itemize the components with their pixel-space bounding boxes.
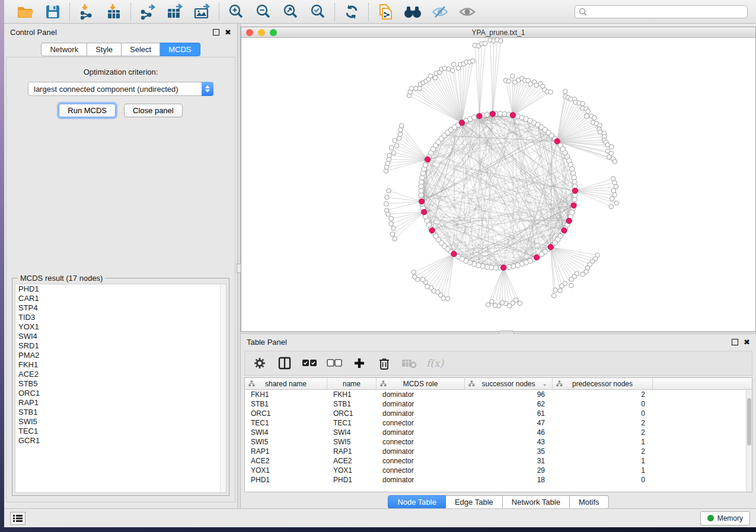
trash-icon xyxy=(379,357,390,370)
duplicate-network-button[interactable] xyxy=(375,2,396,21)
function-builder-button[interactable]: f(x) xyxy=(426,355,444,371)
table-row[interactable]: RAP1RAP1dominator352 xyxy=(245,447,746,456)
memory-button[interactable]: Memory xyxy=(700,511,750,525)
hierarchy-icon xyxy=(248,380,255,387)
mcds-result-item[interactable]: STB5 xyxy=(15,379,226,389)
mcds-result-item[interactable]: FKH1 xyxy=(15,360,226,370)
close-panel-button[interactable]: Close panel xyxy=(124,104,183,117)
table-row[interactable]: SWI5SWI5connector431 xyxy=(245,437,746,447)
split-view-button[interactable] xyxy=(277,355,292,371)
status-bar: Memory xyxy=(4,508,756,527)
export-image-button[interactable] xyxy=(192,2,213,21)
close-panel-icon[interactable]: ✖ xyxy=(744,339,750,345)
table-scrollbar[interactable] xyxy=(746,390,752,492)
zoom-out-button[interactable] xyxy=(253,2,274,21)
table-cell: TEC1 xyxy=(327,419,377,427)
tab-motifs[interactable]: Motifs xyxy=(570,495,609,509)
table-row[interactable]: PHD1PHD1dominator180 xyxy=(245,475,746,485)
table-row[interactable]: ORC1ORC1dominator610 xyxy=(245,409,746,418)
tab-network-table[interactable]: Network Table xyxy=(503,495,570,509)
column-header-successor-nodes[interactable]: successor nodes ⌄ xyxy=(465,378,553,389)
first-neighbors-button[interactable] xyxy=(402,2,423,21)
refresh-button[interactable] xyxy=(341,2,362,21)
select-all-button[interactable] xyxy=(302,355,317,371)
table-cell: connector xyxy=(377,457,465,465)
tab-mcds[interactable]: MCDS xyxy=(160,43,200,56)
tab-network[interactable]: Network xyxy=(41,43,87,56)
delete-column-button[interactable] xyxy=(377,355,392,371)
scrollbar-thumb[interactable] xyxy=(747,398,751,446)
mcds-result-item[interactable]: YOX1 xyxy=(15,322,226,332)
zoom-in-button[interactable] xyxy=(225,2,247,21)
mcds-result-item[interactable]: SWI4 xyxy=(15,332,226,341)
tab-node-table[interactable]: Node Table xyxy=(388,495,446,509)
column-label: MCDS role xyxy=(403,380,438,388)
table-row[interactable]: STB1STB1dominator620 xyxy=(245,399,746,409)
mcds-result-item[interactable]: SRD1 xyxy=(15,341,226,351)
mcds-result-groupbox: MCDS result (17 nodes) PHD1CAR1STP4TID3Y… xyxy=(12,278,229,496)
table-row[interactable]: FKH1FKH1dominator962 xyxy=(245,390,746,399)
table-cell: RAP1 xyxy=(245,447,327,456)
add-column-button[interactable] xyxy=(352,355,367,371)
mcds-result-item[interactable]: TID3 xyxy=(15,313,226,322)
column-header-name[interactable]: name xyxy=(327,378,377,389)
mcds-result-item[interactable]: STP4 xyxy=(15,303,226,313)
import-network-button[interactable] xyxy=(76,2,97,21)
network-canvas[interactable] xyxy=(241,38,755,331)
column-settings-button[interactable] xyxy=(252,355,267,371)
network-graph xyxy=(241,38,755,331)
criterion-dropdown[interactable]: largest connected component (undirected) xyxy=(28,82,213,96)
export-table-icon xyxy=(165,4,184,20)
sort-descending-icon[interactable]: ⌄ xyxy=(543,380,547,387)
save-button[interactable] xyxy=(42,2,63,21)
float-panel-icon[interactable] xyxy=(213,29,219,36)
table-row[interactable]: TEC1TEC1connector472 xyxy=(245,418,746,428)
delete-table-button[interactable] xyxy=(401,355,417,371)
node-table: shared name name MCDS role successor nod… xyxy=(244,377,752,492)
column-header-shared-name[interactable]: shared name xyxy=(245,378,327,389)
table-cell: 29 xyxy=(465,466,553,475)
tab-edge-table[interactable]: Edge Table xyxy=(446,495,503,509)
mcds-result-list[interactable]: PHD1CAR1STP4TID3YOX1SWI4SRD1PMA2FKH1ACE2… xyxy=(15,284,227,493)
table-cell: connector xyxy=(377,466,465,475)
mcds-result-item[interactable]: CAR1 xyxy=(15,294,226,303)
mcds-result-item[interactable]: PMA2 xyxy=(15,351,226,360)
import-table-button[interactable] xyxy=(103,2,125,21)
mcds-result-item[interactable]: TEC1 xyxy=(15,427,226,436)
save-icon xyxy=(45,4,60,20)
hide-selected-button[interactable] xyxy=(429,2,451,21)
mcds-result-item[interactable]: PHD1 xyxy=(15,284,226,294)
search-input[interactable] xyxy=(590,8,744,16)
mcds-result-item[interactable]: ACE2 xyxy=(15,370,226,379)
zoom-selected-button[interactable] xyxy=(307,2,328,21)
open-folder-button[interactable] xyxy=(15,2,36,21)
task-history-button[interactable] xyxy=(10,512,25,525)
mcds-result-item[interactable]: STB1 xyxy=(15,408,226,417)
mcds-result-item[interactable]: RAP1 xyxy=(15,398,226,408)
table-row[interactable]: SWI4SWI4dominator462 xyxy=(245,428,746,437)
table-cell: FKH1 xyxy=(327,390,377,399)
search-box xyxy=(575,5,748,18)
column-header-mcds-role[interactable]: MCDS role xyxy=(377,378,465,389)
table-row[interactable]: ACE2ACE2connector311 xyxy=(245,456,746,466)
zoom-fit-icon xyxy=(282,4,299,20)
column-header-predecessor-nodes[interactable]: predecessor nodes xyxy=(553,378,653,389)
mcds-result-item[interactable]: GCR1 xyxy=(15,436,226,446)
mcds-result-item[interactable]: ORC1 xyxy=(15,389,226,398)
float-panel-icon[interactable] xyxy=(732,339,738,345)
export-table-button[interactable] xyxy=(164,2,186,21)
zoom-fit-button[interactable] xyxy=(280,2,301,21)
run-mcds-button[interactable]: Run MCDS xyxy=(59,104,116,117)
tab-select[interactable]: Select xyxy=(122,43,160,56)
table-cell: STB1 xyxy=(327,400,377,408)
network-window-titlebar[interactable]: YPA_prune.txt_1 xyxy=(241,27,755,38)
mcds-result-item[interactable]: SWI5 xyxy=(15,417,226,427)
optimization-criterion-label: Optimization criterion: xyxy=(7,68,235,76)
table-row[interactable]: YOX1YOX1connector291 xyxy=(245,466,746,475)
clear-selection-button[interactable] xyxy=(327,355,342,371)
export-network-button[interactable] xyxy=(137,2,158,21)
mcds-list-scrollbar[interactable] xyxy=(220,284,226,492)
show-all-button[interactable] xyxy=(457,2,478,21)
tab-style[interactable]: Style xyxy=(87,43,122,56)
close-panel-icon[interactable]: ✖ xyxy=(225,29,231,36)
